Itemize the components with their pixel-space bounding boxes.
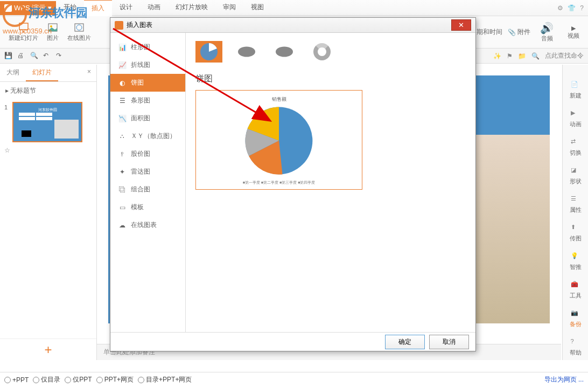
tab-insert[interactable]: 插入	[84, 0, 112, 16]
audio-button[interactable]: 🔊音频	[536, 22, 558, 43]
sidebar-item-animation[interactable]: ▶动画	[570, 109, 582, 128]
insert-chart-dialog: 插入图表 ✕ 📊柱形图 📈折线图 ◐饼图 ☰条形图 📉面积图 ∴ＸＹ（散点图） …	[110, 17, 476, 351]
subtype-3d-pie[interactable]	[233, 41, 260, 63]
redo-icon[interactable]: ↷	[56, 52, 65, 60]
pie-subtype-icon	[200, 43, 218, 60]
qat-right: ✨ ⚑ 📁 🔍 点此查找命令	[493, 51, 584, 60]
subtype-row	[195, 41, 466, 63]
slide-thumbnail[interactable]: 河东软件园	[12, 102, 82, 142]
svg-rect-0	[19, 23, 28, 30]
search-text[interactable]: 点此查找命令	[545, 51, 584, 60]
radio-icon	[33, 377, 39, 383]
cancel-button[interactable]: 取消	[429, 335, 469, 349]
chart-type-template[interactable]: ▭模板	[110, 198, 185, 216]
chart-type-column[interactable]: 📊柱形图	[110, 38, 185, 56]
sidebar-item-shape[interactable]: ◪形状	[570, 167, 582, 185]
section-header[interactable]: ▸ 无标题节	[0, 82, 96, 100]
add-slide-button[interactable]: +	[0, 338, 96, 360]
tab-slides-panel[interactable]: 幻灯片	[26, 65, 58, 81]
sidebar-item-transition[interactable]: ⇄切换	[570, 138, 582, 157]
sidebar-item-props[interactable]: ☰属性	[570, 195, 582, 214]
outline-tabs: 大纲 幻灯片 ×	[0, 65, 96, 82]
magic-icon[interactable]: ✨	[493, 52, 501, 60]
subtype-pie-of-pie[interactable]	[271, 41, 298, 63]
scatter-chart-icon: ∴	[118, 132, 127, 141]
print-icon[interactable]: 🖨	[17, 52, 26, 60]
radio-option-0[interactable]: +PPT	[4, 376, 29, 384]
outline-panel: 大纲 幻灯片 × ▸ 无标题节 1 河东软件园 ☆ +	[0, 65, 97, 360]
chart-type-pie[interactable]: ◐饼图	[110, 74, 185, 92]
export-link[interactable]: 导出为网页 ...	[544, 375, 584, 384]
tab-view[interactable]: 视图	[243, 0, 271, 16]
bar-chart-icon: ☰	[118, 96, 127, 105]
subtype-pie[interactable]	[195, 41, 222, 63]
dropdown-icon: ▾	[48, 4, 52, 12]
save-icon[interactable]: 💾	[4, 52, 13, 60]
shirt-icon[interactable]: 👕	[568, 4, 576, 12]
app-logo[interactable]: WPS 演示 ▾	[0, 1, 56, 15]
tab-animation[interactable]: 动画	[140, 0, 168, 16]
props-icon: ☰	[571, 195, 580, 205]
undo-icon[interactable]: ↶	[43, 52, 52, 60]
settings-icon[interactable]: ⚙	[557, 4, 563, 12]
chart-type-line[interactable]: 📈折线图	[110, 56, 185, 74]
tab-review[interactable]: 审阅	[215, 0, 243, 16]
new-slide-button[interactable]: 新建幻灯片	[4, 22, 43, 42]
chart-type-bar[interactable]: ☰条形图	[110, 92, 185, 109]
attachment-icon: 📎	[508, 29, 516, 36]
sidebar-item-smart[interactable]: 💡智推	[570, 252, 582, 271]
folder-icon[interactable]: 📁	[518, 52, 526, 60]
sidebar-item-new[interactable]: 📄新建	[570, 81, 582, 100]
area-chart-icon: 📉	[118, 114, 127, 123]
radio-option-4[interactable]: 目录+PPT+网页	[138, 375, 192, 384]
preview-pie-chart	[244, 106, 314, 176]
search-icon[interactable]: 🔍	[531, 52, 540, 60]
dialog-title-text: 插入图表	[127, 20, 152, 30]
dialog-close-button[interactable]: ✕	[451, 19, 471, 31]
radio-option-3[interactable]: PPT+网页	[96, 375, 134, 384]
picture-button[interactable]: 图片	[43, 22, 63, 42]
sidebar-item-tools[interactable]: 🧰工具	[570, 281, 582, 300]
sidebar-item-backup[interactable]: 📷备份	[570, 309, 582, 328]
sidebar-item-upload[interactable]: ⬆传图	[570, 224, 582, 243]
chart-type-area[interactable]: 📉面积图	[110, 109, 185, 127]
shape-icon: ◪	[571, 167, 580, 176]
attachment-button[interactable]: 📎附件	[508, 27, 530, 37]
radio-option-2[interactable]: 仅PPT	[65, 375, 92, 384]
video-button[interactable]: ▶视频	[563, 25, 584, 40]
close-panel-icon[interactable]: ×	[82, 65, 96, 81]
chart-preview[interactable]: 销售额 ■第一季度 ■第二季度 ■第三季度 ■第四季度	[195, 90, 362, 190]
slide-star-icon[interactable]: ☆	[0, 144, 96, 156]
question-icon[interactable]: ?	[580, 4, 584, 12]
subtype-donut[interactable]	[309, 41, 335, 63]
video-icon: ▶	[571, 25, 576, 32]
help-icon: ?	[571, 338, 580, 348]
chart-type-online[interactable]: ☁在线图表	[110, 216, 185, 234]
chart-type-combo[interactable]: ⿻组合图	[110, 181, 185, 198]
preview-icon[interactable]: 🔍	[30, 52, 39, 60]
chart-type-radar[interactable]: ✦雷达图	[110, 163, 185, 181]
upload-icon: ⬆	[571, 224, 580, 233]
radio-option-1[interactable]: 仅目录	[33, 375, 60, 384]
template-icon: ▭	[118, 203, 127, 212]
radio-icon	[4, 377, 11, 383]
play-icon: ▶	[571, 109, 580, 119]
tab-outline[interactable]: 大纲	[0, 65, 26, 81]
online-picture-button[interactable]: 在线图片	[63, 22, 95, 42]
picture-icon	[47, 22, 58, 33]
ok-button[interactable]: 确定	[385, 335, 425, 349]
sidebar-item-help[interactable]: ?帮助	[570, 338, 582, 357]
dialog-titlebar[interactable]: 插入图表 ✕	[110, 18, 475, 33]
menu-tabs: 开始 插入 设计 动画 幻灯片放映 审阅 视图	[56, 0, 271, 16]
tab-slideshow[interactable]: 幻灯片放映	[168, 0, 215, 16]
chart-type-list: 📊柱形图 📈折线图 ◐饼图 ☰条形图 📉面积图 ∴ＸＹ（散点图） ⫯股价图 ✦雷…	[110, 33, 186, 332]
chart-type-scatter[interactable]: ∴ＸＹ（散点图）	[110, 127, 185, 145]
flag-icon[interactable]: ⚑	[507, 52, 513, 60]
tab-start[interactable]: 开始	[56, 0, 84, 16]
preview-title: 饼图	[195, 73, 466, 85]
chart-type-stock[interactable]: ⫯股价图	[110, 145, 185, 163]
thumb-title: 河东软件园	[19, 107, 76, 113]
tab-design[interactable]: 设计	[112, 0, 140, 16]
donut-subtype-icon	[313, 43, 331, 60]
pie3d-subtype-icon	[238, 46, 255, 57]
